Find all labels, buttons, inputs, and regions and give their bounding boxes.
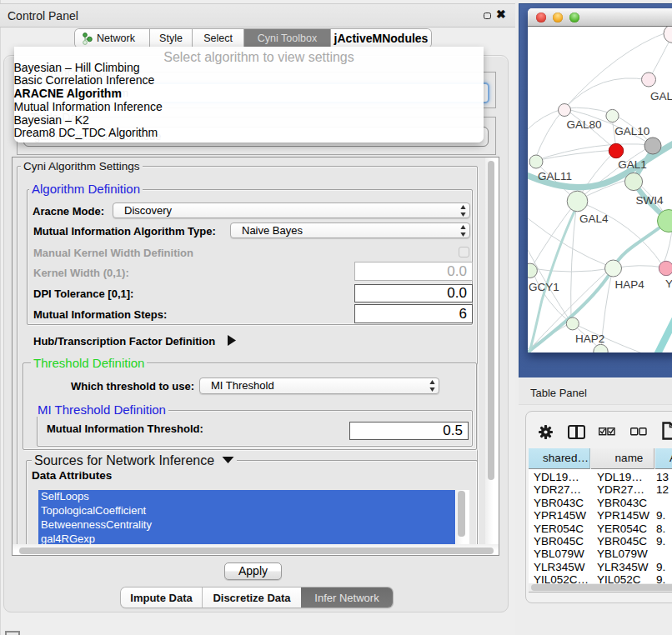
svg-text:GAL10: GAL10 — [614, 125, 649, 138]
svg-text:HAP2: HAP2 — [575, 332, 604, 345]
svg-text:GAL80: GAL80 — [567, 118, 602, 131]
svg-text:SWI4: SWI4 — [636, 194, 664, 207]
svg-text:GAL11: GAL11 — [538, 170, 572, 182]
svg-text:GAL4: GAL4 — [579, 212, 609, 225]
svg-text:GCY1: GCY1 — [529, 281, 559, 293]
svg-text:GAL1: GAL1 — [618, 158, 647, 171]
svg-text:HAP4: HAP4 — [614, 278, 644, 291]
svg-text:Y: Y — [665, 278, 672, 290]
svg-text:GAL7: GAL7 — [650, 90, 672, 102]
